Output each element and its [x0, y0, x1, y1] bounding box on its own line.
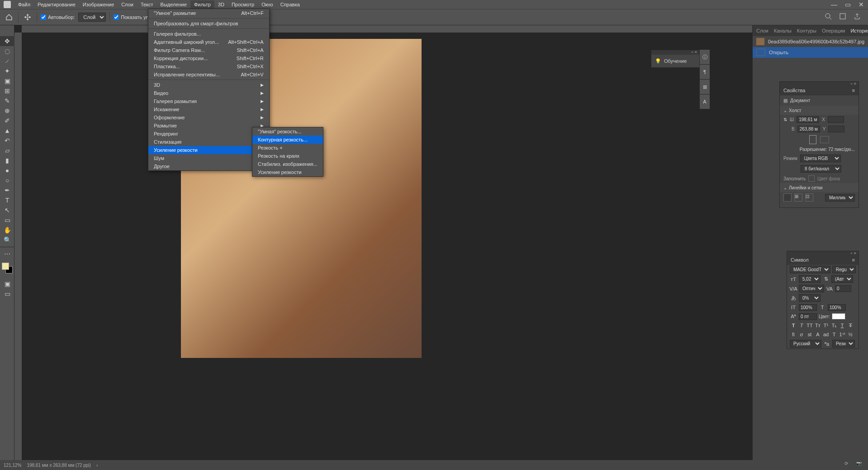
menu-фильтр[interactable]: Фильтр — [190, 0, 214, 9]
quickmask-icon[interactable]: ▣ — [0, 279, 14, 289]
gradient-tool[interactable]: ▮ — [0, 155, 14, 165]
submenu-item[interactable]: Резкость на краях — [252, 152, 323, 160]
close-icon[interactable]: ✕ — [694, 50, 697, 55]
eyedropper-tool[interactable]: ✎ — [0, 96, 14, 106]
landscape-icon[interactable] — [820, 136, 829, 143]
auto-select-checkbox[interactable]: Автовыбор: — [41, 14, 75, 20]
healing-tool[interactable]: ⊕ — [0, 106, 14, 116]
learn-label[interactable]: Обучение — [664, 58, 687, 64]
opentype-icon[interactable]: A — [814, 331, 821, 338]
hand-tool[interactable]: ✋ — [0, 225, 14, 235]
pen-tool[interactable]: ✒ — [0, 185, 14, 195]
collapse-icon[interactable]: « — [691, 50, 693, 55]
submenu-item[interactable]: Контурная резкость... — [252, 136, 323, 144]
close-button[interactable]: ✕ — [854, 0, 868, 9]
font-size-select[interactable]: 5,02 пт — [799, 275, 821, 283]
menu-item[interactable]: Преобразовать для смарт-фильтров — [148, 19, 269, 28]
menu-item[interactable]: Усиление резкости▶ — [148, 146, 269, 154]
opentype-icon[interactable]: σ — [798, 331, 805, 338]
path-tool[interactable]: ↖ — [0, 205, 14, 215]
minimize-button[interactable]: — — [827, 0, 841, 9]
hscale-input[interactable] — [828, 304, 846, 311]
baseline-input[interactable] — [799, 313, 817, 320]
panel-menu-icon[interactable]: ≡ — [852, 88, 855, 93]
menu-item[interactable]: Пластика...Shift+Ctrl+X — [148, 62, 269, 70]
portrait-icon[interactable] — [809, 135, 816, 144]
x-input[interactable] — [828, 116, 844, 123]
underline-icon[interactable]: T — [839, 322, 846, 329]
share-icon[interactable] — [854, 13, 863, 22]
strike-icon[interactable]: T̶ — [847, 322, 854, 329]
maximize-button[interactable]: ▭ — [841, 0, 854, 9]
canvas-area[interactable]: « ✕ 💡 Обучение ⓘ ¶ ⊞ A — [14, 25, 752, 460]
zoom-level[interactable]: 121,12% — [4, 463, 21, 468]
layer-select[interactable]: Слой — [78, 13, 106, 22]
menu-item[interactable]: Стилизация▶ — [148, 138, 269, 146]
opentype-icon[interactable]: st — [806, 331, 813, 338]
mode-select[interactable]: Цвета RGB — [800, 155, 841, 162]
crop-tool[interactable]: ▣ — [0, 76, 14, 86]
menu-справка[interactable]: Справка — [277, 0, 304, 9]
menu-item[interactable]: Размытие▶ — [148, 122, 269, 130]
subscript-icon[interactable]: T₁ — [830, 322, 838, 329]
history-state[interactable]: Открыть — [753, 47, 868, 58]
panel-tab-слои[interactable]: Слои — [756, 28, 768, 33]
menu-редактирование[interactable]: Редактирование — [34, 0, 79, 9]
y-input[interactable] — [828, 126, 844, 132]
wand-tool[interactable]: ✦ — [0, 66, 14, 76]
tsume-select[interactable]: 0% — [799, 294, 821, 302]
depth-select[interactable]: 8 бит/канал — [801, 165, 841, 173]
fill-swatch[interactable] — [808, 175, 815, 182]
menu-item[interactable]: Адаптивный широкий угол...Alt+Shift+Ctrl… — [148, 38, 269, 46]
color-swatches[interactable] — [2, 263, 13, 273]
smallcaps-icon[interactable]: Tт — [814, 322, 821, 329]
antialias-select[interactable]: Резкое — [832, 340, 855, 348]
menu-item[interactable]: Галерея размытия▶ — [148, 97, 269, 105]
orientation-icon[interactable]: ⇅ — [783, 117, 787, 122]
menu-item[interactable]: Галерея фильтров... — [148, 30, 269, 38]
opentype-icon[interactable]: ½ — [847, 331, 854, 338]
panel-tab-контуры[interactable]: Контуры — [797, 28, 816, 33]
menu-item[interactable]: Шум▶ — [148, 154, 269, 162]
search-icon[interactable] — [825, 13, 834, 22]
vscale-input[interactable] — [799, 304, 817, 311]
language-select[interactable]: Русский — [790, 340, 821, 348]
glyphs-icon[interactable]: ⊞ — [700, 80, 710, 94]
font-family-select[interactable]: MADE GoodTime ... — [790, 266, 830, 273]
submenu-item[interactable]: Стабилиз. изображения... — [252, 160, 323, 168]
home-icon[interactable] — [4, 12, 14, 23]
zoom-tool[interactable]: 🔍 — [0, 235, 14, 245]
menu-изображение[interactable]: Изображение — [79, 0, 118, 9]
menu-выделение[interactable]: Выделение — [157, 0, 190, 9]
move-tool[interactable]: ✥ — [0, 36, 14, 46]
submenu-item[interactable]: Усиление резкости — [252, 168, 323, 176]
chevron-right-icon[interactable]: › — [96, 463, 98, 468]
char-style-icon[interactable]: A — [700, 94, 710, 109]
blur-tool[interactable]: ● — [0, 165, 14, 175]
guides-icon[interactable]: ⊡ — [805, 193, 813, 202]
menu-текст[interactable]: Текст — [137, 0, 157, 9]
panel-menu-icon[interactable]: ≡ — [852, 257, 855, 263]
menu-item[interactable]: "Умное" размытиеAlt+Ctrl+F — [148, 9, 269, 17]
height-input[interactable] — [797, 126, 820, 132]
text-color-swatch[interactable] — [832, 313, 845, 320]
menu-item[interactable]: Коррекция дисторсии...Shift+Ctrl+R — [148, 54, 269, 62]
screenmode-icon[interactable]: ▭ — [0, 289, 14, 299]
dodge-tool[interactable]: ○ — [0, 175, 14, 185]
opentype-icon[interactable]: T — [830, 331, 838, 338]
info-icon[interactable]: ⓘ — [700, 50, 710, 64]
bold-icon[interactable]: T — [790, 322, 797, 329]
canvas-section[interactable]: ⌄Холст — [780, 106, 859, 115]
font-style-select[interactable]: Regular — [832, 266, 856, 273]
panel-tab-история[interactable]: История — [850, 28, 868, 33]
submenu-item[interactable]: Резкость + — [252, 144, 323, 152]
submenu-item[interactable]: "Умная" резкость... — [252, 127, 323, 136]
ruler-icon[interactable] — [783, 193, 792, 202]
opentype-icon[interactable]: ad — [822, 331, 830, 338]
menu-item[interactable]: Видео▶ — [148, 89, 269, 97]
width-input[interactable] — [797, 116, 819, 123]
rulers-section[interactable]: ⌄Линейки и сетки — [780, 183, 859, 192]
menu-item[interactable]: Фильтр Camera Raw...Shift+Ctrl+A — [148, 46, 269, 54]
units-select[interactable]: Миллиме... — [825, 194, 855, 202]
marquee-tool[interactable]: ◌ — [0, 46, 14, 56]
